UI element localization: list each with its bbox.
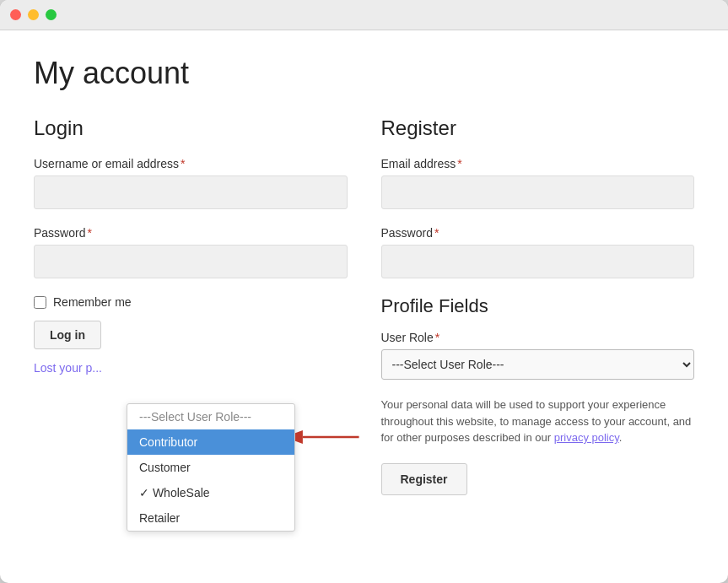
titlebar — [0, 0, 728, 30]
username-label: Username or email address* — [34, 157, 348, 170]
two-column-layout: Login Username or email address* Passwor… — [34, 116, 694, 495]
page-title: My account — [34, 56, 694, 91]
register-password-field-group: Password* — [381, 226, 695, 278]
remember-checkbox[interactable] — [34, 296, 46, 309]
dropdown-item-wholesale[interactable]: WholeSale — [127, 480, 294, 505]
login-password-required: * — [87, 226, 91, 240]
register-button[interactable]: Register — [381, 463, 467, 495]
minimize-button[interactable] — [28, 9, 39, 20]
user-role-required: * — [435, 331, 439, 344]
privacy-policy-link[interactable]: privacy policy — [554, 431, 619, 444]
remember-label: Remember me — [53, 295, 132, 309]
login-section: Login Username or email address* Passwor… — [34, 116, 348, 495]
privacy-text: Your personal data will be used to suppo… — [381, 397, 695, 446]
user-role-select[interactable]: ---Select User Role--- Contributor Custo… — [381, 349, 695, 380]
profile-fields-title: Profile Fields — [381, 295, 695, 317]
login-password-input[interactable] — [34, 245, 348, 278]
lost-password-link[interactable]: Lost your p... — [34, 361, 102, 375]
email-field-group: Email address* — [381, 157, 695, 209]
close-button[interactable] — [10, 9, 21, 20]
maximize-button[interactable] — [46, 9, 57, 20]
dropdown-item-contributor[interactable]: Contributor — [127, 429, 294, 455]
app-window: My account Login Username or email addre… — [0, 0, 728, 583]
dropdown-item-customer[interactable]: Customer — [127, 455, 294, 480]
register-title: Register — [381, 116, 695, 140]
register-password-input[interactable] — [381, 245, 695, 278]
username-field-group: Username or email address* — [34, 157, 348, 209]
email-required: * — [457, 157, 461, 170]
register-section: Register Email address* Password* Profil… — [381, 116, 695, 495]
login-password-label: Password* — [34, 226, 348, 240]
remember-row: Remember me — [34, 295, 348, 309]
login-password-field-group: Password* — [34, 226, 348, 278]
username-required: * — [181, 157, 185, 170]
login-button[interactable]: Log in — [34, 321, 101, 349]
user-role-field-group: User Role* ---Select User Role--- Contri… — [381, 331, 695, 380]
email-input[interactable] — [381, 175, 695, 209]
user-role-dropdown-popup[interactable]: ---Select User Role--- Contributor Custo… — [127, 403, 295, 532]
username-input[interactable] — [34, 175, 348, 209]
arrow-annotation — [295, 424, 363, 450]
login-title: Login — [34, 116, 348, 140]
dropdown-item-retailer[interactable]: Retailer — [127, 505, 294, 531]
dropdown-item-placeholder[interactable]: ---Select User Role--- — [127, 404, 294, 429]
page-content: My account Login Username or email addre… — [0, 30, 728, 529]
user-role-label: User Role* — [381, 331, 695, 344]
email-label: Email address* — [381, 157, 695, 170]
register-password-required: * — [434, 226, 439, 240]
register-password-label: Password* — [381, 226, 695, 240]
